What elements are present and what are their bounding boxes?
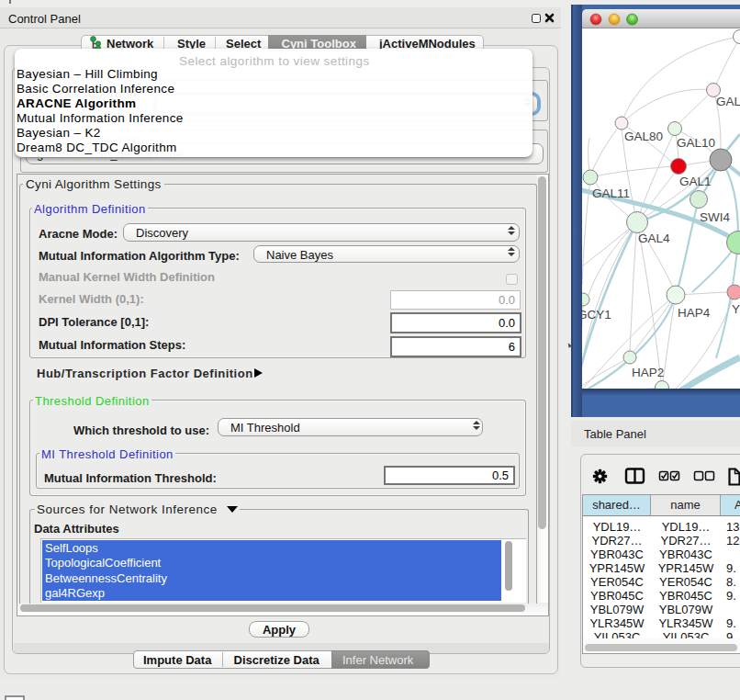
svg-text:GAL1: GAL1 bbox=[679, 175, 712, 188]
svg-text:GAL2: GAL2 bbox=[716, 95, 740, 108]
svg-text:GAL80: GAL80 bbox=[624, 130, 663, 143]
svg-text:GAL4: GAL4 bbox=[638, 231, 670, 245]
svg-text:GCY1: GCY1 bbox=[582, 308, 611, 322]
svg-text:SWI4: SWI4 bbox=[700, 210, 730, 224]
svg-text:YP: YP bbox=[732, 302, 740, 316]
svg-text:HAP4: HAP4 bbox=[678, 306, 711, 320]
svg-text:GAL10: GAL10 bbox=[677, 136, 715, 150]
svg-text:GAL11: GAL11 bbox=[592, 186, 630, 200]
svg-text:HAP2: HAP2 bbox=[632, 366, 664, 379]
